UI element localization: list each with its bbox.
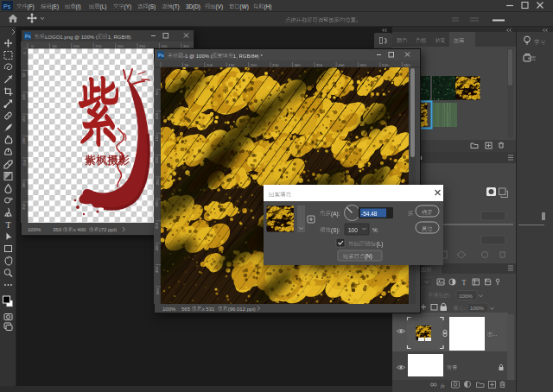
svg-text:100%: 100%: [459, 293, 473, 299]
svg-text:300: 300: [294, 63, 301, 67]
svg-text:100: 100: [22, 93, 27, 100]
svg-text:250: 250: [139, 44, 146, 48]
svg-text:(I): (I): [76, 3, 81, 10]
svg-text:(A):: (A):: [331, 211, 340, 218]
svg-text:200: 200: [251, 63, 257, 67]
svg-text:300: 300: [156, 200, 160, 207]
svg-text:400: 400: [156, 244, 160, 251]
svg-text:T: T: [462, 279, 467, 287]
svg-text:(E): (E): [52, 3, 59, 10]
svg-text:(H): (H): [264, 3, 272, 10]
svg-text:T: T: [5, 220, 10, 230]
svg-text:450: 450: [360, 63, 367, 67]
svg-text:-54.48: -54.48: [361, 211, 378, 217]
svg-text:400: 400: [338, 63, 345, 67]
svg-text:350: 350: [53, 227, 62, 232]
svg-text:(L): (L): [377, 241, 384, 248]
svg-text:100%: 100%: [162, 307, 176, 312]
svg-text:3D(D): 3D(D): [186, 3, 200, 10]
svg-text:fx: fx: [441, 383, 445, 389]
svg-text::: :: [463, 305, 465, 311]
svg-text:(Y): (Y): [124, 3, 131, 10]
svg-text:200: 200: [22, 137, 27, 144]
svg-text:250: 250: [22, 159, 27, 166]
svg-text:Ps: Ps: [25, 34, 31, 39]
svg-text:%: %: [372, 227, 378, 233]
svg-text:200: 200: [156, 156, 160, 163]
svg-text:100%: 100%: [28, 227, 41, 232]
svg-text:100: 100: [207, 63, 213, 67]
svg-text:(W): (W): [240, 3, 249, 10]
svg-text:500: 500: [382, 63, 389, 67]
svg-text:1, RGB/8): 1, RGB/8): [108, 35, 131, 40]
svg-text:(S): (S): [149, 3, 156, 10]
svg-text:1, RGB/8#) *: 1, RGB/8#) *: [233, 54, 264, 59]
svg-text::: :: [449, 293, 451, 299]
svg-text:50: 50: [22, 73, 27, 77]
svg-text:LOGO1.png @ 100% (: LOGO1.png @ 100% (: [45, 35, 98, 40]
svg-text:x 400: x 400: [73, 227, 86, 232]
svg-text:100: 100: [348, 227, 358, 233]
svg-text:565: 565: [181, 307, 191, 312]
svg-text:250: 250: [272, 63, 279, 67]
svg-text:300: 300: [161, 44, 168, 48]
svg-text:150: 150: [95, 44, 102, 48]
svg-text:100%: 100%: [470, 305, 484, 311]
svg-text:350: 350: [22, 203, 27, 210]
svg-text:450: 450: [156, 266, 160, 273]
svg-text:(V): (V): [216, 3, 223, 10]
svg-text:350: 350: [316, 63, 323, 67]
svg-text:500: 500: [156, 288, 160, 294]
svg-text:Ps: Ps: [3, 3, 11, 9]
svg-text:(L): (L): [100, 3, 107, 10]
svg-text:50: 50: [184, 63, 188, 67]
svg-text:(N): (N): [365, 253, 372, 260]
svg-text:(T): (T): [173, 3, 180, 10]
svg-text:...: ...: [493, 331, 497, 337]
svg-text:x 531: x 531: [202, 307, 215, 312]
svg-text:Ps: Ps: [158, 53, 164, 58]
svg-text:250: 250: [156, 178, 160, 185]
svg-text:150: 150: [22, 115, 27, 122]
svg-text:(F): (F): [28, 3, 35, 10]
svg-text:100: 100: [156, 112, 160, 119]
svg-text:350: 350: [183, 44, 190, 48]
svg-text:50: 50: [156, 91, 160, 95]
svg-text:150: 150: [228, 63, 235, 67]
svg-text:100: 100: [73, 44, 80, 48]
svg-text:(S):: (S):: [331, 227, 340, 234]
svg-text:(96.012 ppi): (96.012 ppi): [228, 307, 256, 312]
svg-text:50: 50: [52, 44, 56, 48]
svg-text:150: 150: [156, 135, 160, 142]
svg-text:550: 550: [404, 63, 410, 67]
svg-text:(72 ppi): (72 ppi): [99, 227, 117, 232]
svg-text:200: 200: [117, 44, 124, 48]
svg-text:350: 350: [156, 222, 160, 229]
svg-text:300: 300: [22, 181, 27, 188]
svg-text:-1 @ 100% (: -1 @ 100% (: [183, 54, 213, 59]
